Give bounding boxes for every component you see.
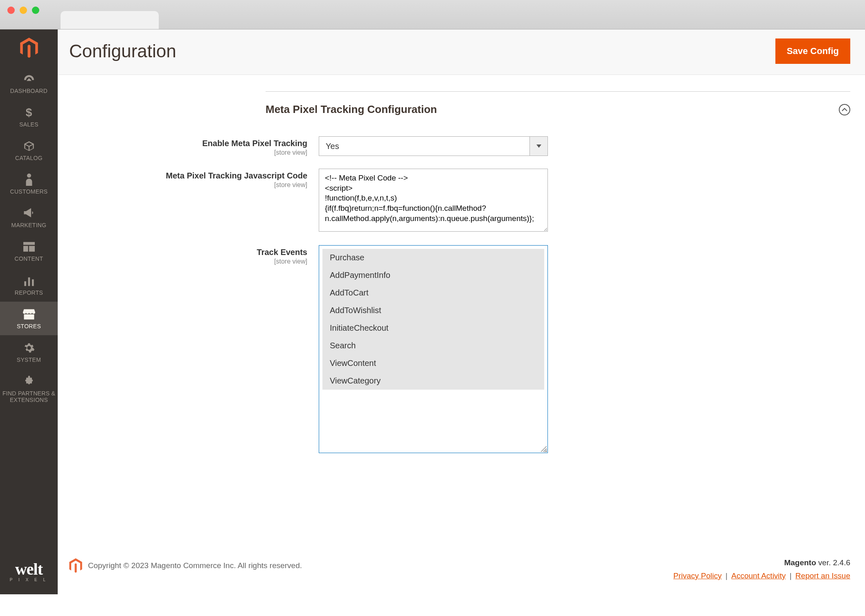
account-activity-link[interactable]: Account Activity (731, 571, 786, 580)
field-label: Meta Pixel Tracking Javascript Code (69, 171, 307, 181)
sidebar-item-dashboard[interactable]: DASHBOARD (0, 66, 58, 100)
dashboard-icon (22, 73, 36, 85)
sidebar-item-customers[interactable]: CUSTOMERS (0, 167, 58, 201)
field-track-events: Track Events [store view] Purchase AddPa… (69, 245, 850, 453)
weltpixel-logo-text: welt (4, 562, 54, 577)
separator: | (790, 571, 794, 580)
sidebar-item-label: CATALOG (15, 155, 43, 161)
select-caret (529, 137, 547, 156)
window-minimize-icon[interactable] (20, 7, 27, 14)
magento-logo-icon (20, 38, 38, 58)
admin-sidebar: DASHBOARD $ SALES CATALOG CUSTOMERS MARK… (0, 29, 58, 594)
puzzle-icon (22, 375, 36, 388)
version-label: Magento (784, 558, 816, 567)
sidebar-item-marketing[interactable]: MARKETING (0, 201, 58, 234)
privacy-policy-link[interactable]: Privacy Policy (674, 571, 722, 580)
footer-links: Privacy Policy | Account Activity | Repo… (674, 571, 850, 580)
select-value: Yes (319, 137, 529, 156)
field-label: Enable Meta Pixel Tracking (69, 139, 307, 148)
field-js-code: Meta Pixel Tracking Javascript Code [sto… (69, 169, 850, 233)
track-events-multiselect[interactable]: Purchase AddPaymentInfo AddToCart AddToW… (319, 245, 548, 453)
megaphone-icon (22, 207, 36, 219)
field-label: Track Events (69, 248, 307, 257)
multiselect-option[interactable]: ViewContent (322, 354, 544, 372)
sidebar-item-system[interactable]: SYSTEM (0, 335, 58, 369)
resize-handle-icon[interactable] (541, 446, 547, 452)
bar-chart-icon (22, 275, 36, 287)
sidebar-item-label: SALES (19, 121, 38, 128)
layout-icon (22, 241, 36, 253)
person-icon (22, 174, 36, 186)
enable-tracking-select[interactable]: Yes (319, 136, 548, 156)
page-header: Configuration Save Config (58, 29, 865, 75)
section-header-row: Meta Pixel Tracking Configuration (266, 91, 850, 116)
main-content: Configuration Save Config Meta Pixel Tra… (58, 29, 865, 594)
sidebar-item-label: FIND PARTNERS & EXTENSIONS (2, 390, 56, 403)
magento-logo[interactable] (0, 29, 58, 66)
scope-hint: [store view] (69, 149, 307, 156)
sidebar-item-catalog[interactable]: CATALOG (0, 133, 58, 167)
browser-tab[interactable] (61, 11, 159, 29)
multiselect-option[interactable]: ViewCategory (322, 372, 544, 390)
sidebar-item-label: STORES (17, 323, 41, 329)
sidebar-item-content[interactable]: CONTENT (0, 234, 58, 268)
box-icon (22, 140, 36, 152)
config-form: Meta Pixel Tracking Configuration Enable… (58, 75, 865, 548)
js-code-textarea[interactable] (319, 169, 548, 232)
dollar-icon: $ (22, 106, 36, 119)
weltpixel-logo-sub: P I X E L (4, 578, 54, 582)
report-issue-link[interactable]: Report an Issue (795, 571, 850, 580)
browser-chrome (0, 0, 865, 29)
sidebar-item-partners[interactable]: FIND PARTNERS & EXTENSIONS (0, 369, 58, 409)
caret-down-icon (536, 144, 541, 148)
page-title: Configuration (69, 41, 176, 61)
multiselect-option[interactable]: Purchase (322, 249, 544, 266)
weltpixel-brand[interactable]: welt P I X E L (0, 553, 58, 594)
sidebar-item-reports[interactable]: REPORTS (0, 268, 58, 302)
magento-footer-logo-icon (69, 558, 82, 573)
sidebar-item-label: REPORTS (15, 289, 43, 296)
sidebar-item-label: MARKETING (11, 222, 47, 228)
scope-hint: [store view] (69, 181, 307, 189)
collapse-toggle[interactable] (839, 104, 850, 115)
chevron-up-icon (842, 108, 847, 112)
window-controls (7, 7, 39, 14)
field-enable-tracking: Enable Meta Pixel Tracking [store view] … (69, 136, 850, 156)
gear-icon (22, 342, 36, 354)
copyright-text: Copyright © 2023 Magento Commerce Inc. A… (88, 561, 302, 570)
sidebar-item-label: CONTENT (15, 255, 43, 262)
version-value: ver. 2.4.6 (816, 558, 850, 567)
multiselect-option[interactable]: Search (322, 337, 544, 354)
sidebar-item-stores[interactable]: STORES (0, 302, 58, 335)
sidebar-item-label: DASHBOARD (10, 88, 47, 94)
section-title: Meta Pixel Tracking Configuration (266, 103, 437, 116)
window-maximize-icon[interactable] (32, 7, 39, 14)
multiselect-option[interactable]: InitiateCheckout (322, 319, 544, 337)
multiselect-option[interactable]: AddToCart (322, 284, 544, 302)
window-close-icon[interactable] (7, 7, 15, 14)
save-config-button[interactable]: Save Config (775, 38, 850, 64)
sidebar-item-sales[interactable]: $ SALES (0, 100, 58, 133)
multiselect-option[interactable]: AddToWishlist (322, 302, 544, 319)
store-icon (22, 308, 36, 320)
multiselect-option[interactable]: AddPaymentInfo (322, 266, 544, 284)
version-text: Magento ver. 2.4.6 (674, 558, 850, 567)
admin-footer: Copyright © 2023 Magento Commerce Inc. A… (58, 548, 865, 594)
separator: | (725, 571, 730, 580)
sidebar-item-label: CUSTOMERS (10, 188, 48, 195)
sidebar-item-label: SYSTEM (17, 357, 41, 363)
scope-hint: [store view] (69, 258, 307, 265)
